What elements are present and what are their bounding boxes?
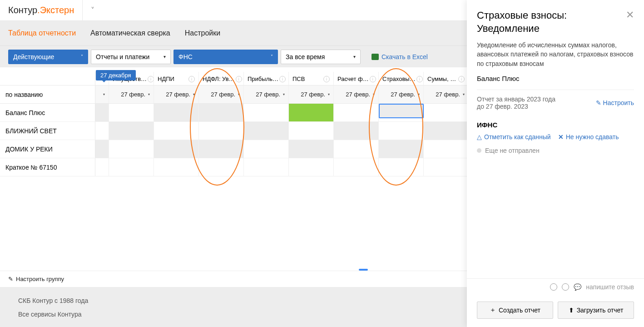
product-switcher[interactable]: ˅	[82, 0, 94, 20]
date-cell[interactable]: 27 февр.▾	[109, 86, 154, 103]
cell[interactable]	[334, 104, 379, 121]
info-icon: i	[323, 76, 330, 82]
sort-label[interactable]: по названию	[0, 86, 95, 103]
date-cell[interactable]: 27 февр.▾	[424, 86, 469, 103]
cell[interactable]	[244, 158, 289, 176]
detail-panel: Страховые взносы: Уведомление ✕ Уведомле…	[467, 0, 644, 327]
company-name[interactable]: Баланс Плюс	[0, 104, 95, 121]
ifns-heading: ИФНС	[477, 121, 634, 129]
warning-icon: △	[477, 133, 482, 141]
cell[interactable]	[95, 122, 109, 140]
cell[interactable]	[334, 140, 379, 158]
filter-dept[interactable]: ФНС˅	[173, 50, 278, 64]
cell[interactable]	[109, 104, 154, 121]
feedback-row: 💬 напишите отзыв	[467, 278, 644, 295]
info-icon: i	[370, 76, 376, 82]
tab-reports-table[interactable]: Таблица отчетности	[8, 29, 76, 37]
info-icon: i	[416, 76, 423, 82]
panel-description: Уведомление об исчисленных суммах налого…	[477, 40, 634, 68]
cell[interactable]	[289, 158, 334, 176]
x-icon: ✕	[558, 133, 564, 141]
create-report-button[interactable]: ＋Создать отчет	[477, 302, 553, 319]
info-icon: i	[236, 76, 242, 82]
cell[interactable]	[109, 122, 154, 140]
date-tooltip: 27 декабря	[96, 70, 136, 80]
cell[interactable]	[334, 122, 379, 140]
panel-company: Баланс Плюс	[477, 75, 634, 82]
configure-group-link[interactable]: Настроить группу	[16, 276, 64, 282]
cell[interactable]	[379, 122, 424, 140]
cell[interactable]	[154, 140, 199, 158]
col-header[interactable]: НДПИi	[154, 72, 199, 85]
col-header[interactable]: Суммы, …i	[424, 72, 469, 85]
company-name[interactable]: Краткое № 67150	[0, 158, 95, 176]
cell[interactable]	[244, 140, 289, 158]
cell[interactable]	[379, 158, 424, 176]
cell[interactable]	[154, 158, 199, 176]
scroll-indicator[interactable]	[359, 269, 368, 271]
cell[interactable]	[289, 140, 334, 158]
mark-done-action[interactable]: △Отметить как сданный	[477, 133, 551, 141]
cell[interactable]	[424, 122, 469, 140]
xls-icon	[372, 54, 379, 60]
panel-title: Страховые взносы: Уведомление	[477, 9, 626, 35]
cell[interactable]	[244, 122, 289, 140]
cell[interactable]	[289, 122, 334, 140]
date-cell[interactable]: 27 февр.▾	[154, 86, 199, 103]
cell[interactable]	[424, 140, 469, 158]
cell[interactable]	[154, 122, 199, 140]
filter-type[interactable]: Отчеты и платежи▾	[91, 50, 171, 64]
no-need-action[interactable]: ✕Не нужно сдавать	[558, 133, 619, 141]
cell[interactable]	[95, 104, 109, 121]
upload-icon: ⬆	[569, 307, 574, 314]
cell[interactable]	[95, 158, 109, 176]
feedback-link[interactable]: напишите отзыв	[586, 283, 634, 291]
col-header[interactable]: ПСВi	[289, 72, 334, 85]
cell-selected[interactable]	[379, 104, 424, 118]
info-icon: i	[148, 76, 154, 82]
filter-status[interactable]: Действующие˅	[8, 50, 88, 64]
cell[interactable]	[199, 122, 244, 140]
excel-download-link[interactable]: Скачать в Excel	[372, 53, 428, 60]
col-header[interactable]: Прибыль…i	[244, 72, 289, 85]
cell[interactable]	[244, 104, 289, 121]
date-cell[interactable]: 27 февр.▾	[289, 86, 334, 103]
status-dot-icon	[477, 148, 481, 153]
cell[interactable]	[95, 140, 109, 158]
filter-period[interactable]: За все время▾	[281, 50, 361, 64]
configure-link[interactable]: ✎ Настроить	[596, 96, 634, 110]
cell[interactable]	[424, 104, 469, 121]
cell[interactable]	[199, 140, 244, 158]
tab-auto-reconciliation[interactable]: Автоматическая сверка	[90, 29, 170, 37]
col-header[interactable]: Расчет ф…i	[334, 72, 379, 85]
cell[interactable]	[109, 140, 154, 158]
cell[interactable]	[199, 158, 244, 176]
cell[interactable]	[424, 158, 469, 176]
cell[interactable]	[289, 104, 334, 121]
sad-face-icon[interactable]	[562, 283, 569, 291]
cell[interactable]	[379, 140, 424, 158]
cell[interactable]	[154, 104, 199, 121]
date-cell[interactable]: 27 февр.▾	[244, 86, 289, 103]
date-cell[interactable]: 27 февр.▾	[334, 86, 379, 103]
plus-icon: ＋	[490, 306, 496, 314]
date-cell[interactable]: 27 февр.▾	[199, 86, 244, 103]
pencil-icon: ✎	[596, 99, 601, 106]
tab-settings[interactable]: Настройки	[185, 29, 220, 37]
happy-face-icon[interactable]	[550, 283, 557, 291]
cell[interactable]	[199, 104, 244, 121]
date-cell[interactable]: 27 февр.▾	[379, 86, 424, 103]
pencil-icon: ✎	[8, 276, 13, 282]
cell[interactable]	[109, 158, 154, 176]
company-name[interactable]: БЛИЖНИЙ СВЕТ	[0, 122, 95, 140]
date-cell[interactable]: ▾	[95, 86, 109, 103]
cell[interactable]	[334, 158, 379, 176]
company-name[interactable]: ДОМИК У РЕКИ	[0, 140, 95, 158]
col-header[interactable]: НДФЛ: Ув…i	[199, 72, 244, 85]
col-header[interactable]: Страховы…i	[379, 72, 424, 85]
info-icon: i	[458, 76, 465, 82]
logo-text: Контур.Экстерн	[8, 5, 74, 15]
close-icon[interactable]: ✕	[626, 9, 634, 21]
info-icon: i	[188, 76, 195, 82]
upload-report-button[interactable]: ⬆Загрузить отчет	[558, 302, 634, 319]
